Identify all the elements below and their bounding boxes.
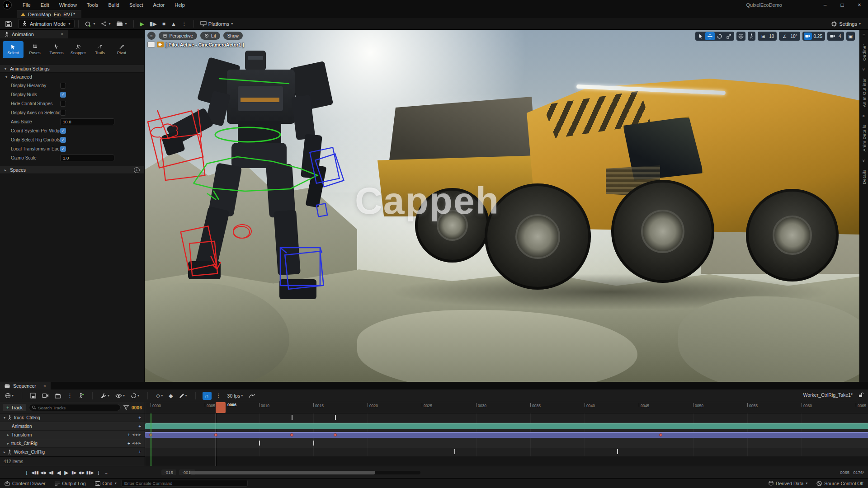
grid-snap-control[interactable]: ⊞ 10: [758, 32, 777, 41]
menu-actor[interactable]: Actor: [149, 1, 170, 9]
key-tick[interactable]: [313, 441, 314, 446]
add-actor-dropdown[interactable]: ▾: [82, 19, 98, 28]
key-tick[interactable]: [335, 415, 336, 420]
maximize-button[interactable]: □: [834, 0, 851, 10]
mode-tweens-button[interactable]: Tweens: [46, 41, 67, 58]
add-space-button[interactable]: +: [134, 167, 140, 173]
key-tick[interactable]: [292, 415, 292, 420]
checkbox[interactable]: ✓: [60, 92, 66, 98]
world-space-button[interactable]: [736, 32, 745, 41]
track-row-truck-ctrlrig[interactable]: ▾ truck_CtrlRig +: [0, 413, 145, 422]
fps-dropdown[interactable]: 30 fps ▾: [226, 392, 245, 399]
stop-button[interactable]: ■: [160, 19, 168, 28]
show-dropdown[interactable]: Show: [223, 32, 243, 40]
checkbox[interactable]: ✓: [60, 128, 66, 134]
section-advanced[interactable]: ▾ Advanced: [0, 73, 144, 81]
keyframe-dot[interactable]: [659, 433, 662, 436]
mode-pivot-button[interactable]: Pivot: [111, 41, 132, 58]
sequencer-settings-dropdown[interactable]: ▾: [99, 392, 111, 399]
play-options-button[interactable]: ⋮: [179, 19, 190, 28]
menu-tools[interactable]: Tools: [82, 1, 103, 9]
blueprints-dropdown[interactable]: ▾: [98, 19, 113, 28]
view-options-dropdown[interactable]: ▾: [114, 393, 126, 399]
transport-prev-frame-button[interactable]: ◀▮: [48, 469, 54, 476]
transport-step-fwd-frames-button[interactable]: ▮▮▶: [86, 469, 94, 476]
cmd-dropdown[interactable]: Cmd ▾: [90, 479, 121, 488]
search-tracks-input[interactable]: [38, 405, 117, 410]
menu-help[interactable]: Help: [170, 1, 189, 9]
mode-select-button[interactable]: Select: [3, 41, 24, 58]
viewport-options-button[interactable]: ≡: [147, 32, 156, 40]
content-drawer-button[interactable]: Content Drawer: [0, 479, 50, 488]
chevron-right-icon[interactable]: ▸: [4, 450, 5, 454]
sequencer-tab[interactable]: Sequencer ×: [0, 382, 51, 389]
checkbox[interactable]: [60, 110, 66, 116]
timeline-ruler[interactable]: 0000000500100015002000250030003500400045…: [145, 402, 868, 413]
level-tab[interactable]: DemoMap_Fin_RVT*: [17, 10, 81, 18]
menu-select[interactable]: Select: [125, 1, 148, 9]
keyframe-dot[interactable]: [290, 433, 293, 436]
keyframe-options-dropdown[interactable]: ◇ ▾: [155, 392, 164, 400]
cinematics-dropdown[interactable]: ▾: [113, 19, 130, 28]
close-icon[interactable]: ×: [43, 383, 46, 389]
save-sequence-button[interactable]: [29, 392, 38, 399]
move-tool-button[interactable]: [705, 32, 715, 40]
transform-section-bar[interactable]: [145, 432, 868, 438]
transport-next-frame-button[interactable]: ▮▶: [71, 469, 77, 476]
timeline[interactable]: 0000000500100015002000250030003500400045…: [145, 402, 868, 466]
track-row-animation[interactable]: Animation +: [0, 422, 145, 431]
lit-dropdown[interactable]: Lit: [200, 32, 220, 40]
range-end-sub-field[interactable]: 0176*: [853, 470, 864, 475]
tab-outliner[interactable]: Outliner: [862, 44, 867, 61]
chevron-down-icon[interactable]: ▾: [4, 416, 5, 420]
tab-anim-outliner[interactable]: Anim Outliner: [862, 78, 867, 107]
checkbox[interactable]: [60, 101, 66, 107]
chevron-right-icon[interactable]: ▸: [7, 433, 9, 437]
transport-prev-key-button[interactable]: ◀◆: [40, 469, 47, 476]
key-tick[interactable]: [617, 449, 618, 454]
track-search[interactable]: [29, 404, 121, 411]
snap-options-button[interactable]: ⋮: [215, 392, 223, 399]
timeline-scrollbar[interactable]: [190, 471, 420, 474]
key-navigation[interactable]: ◀ ◆ ▶: [132, 441, 141, 445]
section-animation-settings[interactable]: ▾ Animation Settings: [0, 65, 144, 73]
axis-scale-field[interactable]: [60, 118, 114, 125]
auto-key-button[interactable]: ◆: [167, 392, 174, 400]
filter-icon[interactable]: [123, 405, 129, 410]
settings-dropdown[interactable]: Settings ▾: [828, 19, 863, 28]
transport-loop-mode-button[interactable]: →: [103, 469, 109, 476]
menu-file[interactable]: File: [18, 1, 35, 9]
checkbox[interactable]: ✓: [60, 146, 66, 152]
add-track-button[interactable]: + Track: [3, 404, 26, 411]
transport-play-reverse-button[interactable]: ◀: [56, 469, 62, 476]
rotation-snap-control[interactable]: ∠ 10°: [779, 32, 800, 41]
add-section-button[interactable]: +: [138, 450, 141, 455]
playhead-handle[interactable]: [216, 402, 226, 413]
range-start-field[interactable]: -015: [161, 469, 176, 475]
playback-options-dropdown[interactable]: ▾: [129, 392, 141, 399]
add-section-button[interactable]: +: [138, 415, 141, 420]
maximize-viewport-button[interactable]: ▣: [846, 32, 855, 41]
minimize-button[interactable]: –: [816, 0, 834, 10]
track-row-worker-ctrlrig[interactable]: ▸ Worker_CtrlRig +: [0, 448, 145, 456]
transport-to-end-button[interactable]: ]: [95, 469, 102, 476]
key-tick[interactable]: [454, 449, 455, 454]
camera-speed-control[interactable]: 0.25: [802, 32, 825, 41]
create-camera-button[interactable]: [41, 392, 50, 399]
play-button[interactable]: ▶: [137, 19, 147, 28]
close-button[interactable]: ×: [851, 0, 868, 10]
lock-icon[interactable]: [858, 392, 863, 398]
add-key-button[interactable]: +: [127, 432, 130, 437]
menu-build[interactable]: Build: [104, 1, 124, 9]
scrollbar-thumb[interactable]: [190, 471, 375, 474]
track-row-truck-ctrlrig-child[interactable]: ▸ truck_CtrlRig + ◀ ◆ ▶: [0, 439, 145, 448]
animation-panel-tab[interactable]: Animation ×: [0, 30, 68, 38]
transport-step-back-frames-button[interactable]: ◀▮▮: [31, 469, 39, 476]
section-spaces[interactable]: ▸ Spaces +: [0, 166, 144, 174]
save-button[interactable]: [3, 19, 14, 28]
gizmo-scale-field[interactable]: [60, 155, 114, 161]
source-control-button[interactable]: Source Control Off: [812, 481, 868, 486]
output-log-button[interactable]: Output Log: [50, 479, 90, 488]
close-icon[interactable]: ×: [61, 32, 63, 37]
scale-tool-button[interactable]: [724, 32, 734, 40]
